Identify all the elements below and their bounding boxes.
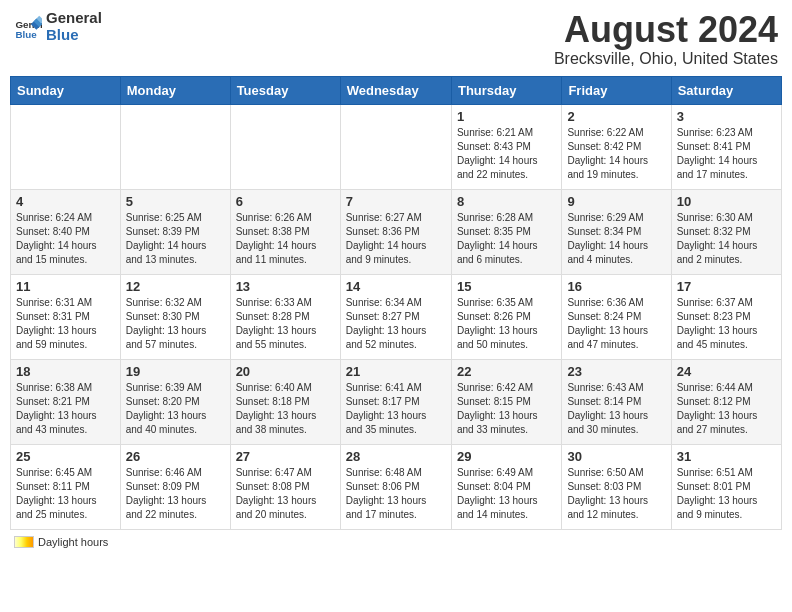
day-info: Sunrise: 6:51 AM Sunset: 8:01 PM Dayligh… [677,466,776,522]
day-info: Sunrise: 6:24 AM Sunset: 8:40 PM Dayligh… [16,211,115,267]
day-number: 16 [567,279,665,294]
day-info: Sunrise: 6:28 AM Sunset: 8:35 PM Dayligh… [457,211,556,267]
day-number: 6 [236,194,335,209]
logo-blue: Blue [46,27,102,44]
day-number: 13 [236,279,335,294]
day-number: 4 [16,194,115,209]
calendar-cell: 28Sunrise: 6:48 AM Sunset: 8:06 PM Dayli… [340,444,451,529]
day-info: Sunrise: 6:33 AM Sunset: 8:28 PM Dayligh… [236,296,335,352]
day-number: 22 [457,364,556,379]
calendar-cell [230,104,340,189]
svg-text:Blue: Blue [15,29,37,40]
day-info: Sunrise: 6:45 AM Sunset: 8:11 PM Dayligh… [16,466,115,522]
day-number: 15 [457,279,556,294]
calendar-cell: 1Sunrise: 6:21 AM Sunset: 8:43 PM Daylig… [451,104,561,189]
footer: Daylight hours [10,536,782,548]
calendar-cell: 31Sunrise: 6:51 AM Sunset: 8:01 PM Dayli… [671,444,781,529]
calendar-cell: 18Sunrise: 6:38 AM Sunset: 8:21 PM Dayli… [11,359,121,444]
day-number: 11 [16,279,115,294]
day-info: Sunrise: 6:47 AM Sunset: 8:08 PM Dayligh… [236,466,335,522]
calendar-cell [11,104,121,189]
day-info: Sunrise: 6:35 AM Sunset: 8:26 PM Dayligh… [457,296,556,352]
calendar-cell: 11Sunrise: 6:31 AM Sunset: 8:31 PM Dayli… [11,274,121,359]
day-info: Sunrise: 6:22 AM Sunset: 8:42 PM Dayligh… [567,126,665,182]
day-number: 5 [126,194,225,209]
day-number: 9 [567,194,665,209]
calendar-week-5: 25Sunrise: 6:45 AM Sunset: 8:11 PM Dayli… [11,444,782,529]
day-number: 2 [567,109,665,124]
day-number: 24 [677,364,776,379]
day-info: Sunrise: 6:31 AM Sunset: 8:31 PM Dayligh… [16,296,115,352]
day-info: Sunrise: 6:48 AM Sunset: 8:06 PM Dayligh… [346,466,446,522]
calendar: SundayMondayTuesdayWednesdayThursdayFrid… [10,76,782,530]
day-number: 17 [677,279,776,294]
calendar-cell [340,104,451,189]
calendar-cell: 9Sunrise: 6:29 AM Sunset: 8:34 PM Daylig… [562,189,671,274]
header: General Blue General Blue August 2024 Br… [10,10,782,68]
calendar-cell: 7Sunrise: 6:27 AM Sunset: 8:36 PM Daylig… [340,189,451,274]
logo-icon: General Blue [14,13,42,41]
weekday-header-row: SundayMondayTuesdayWednesdayThursdayFrid… [11,76,782,104]
day-number: 14 [346,279,446,294]
calendar-cell: 30Sunrise: 6:50 AM Sunset: 8:03 PM Dayli… [562,444,671,529]
day-info: Sunrise: 6:34 AM Sunset: 8:27 PM Dayligh… [346,296,446,352]
calendar-cell: 19Sunrise: 6:39 AM Sunset: 8:20 PM Dayli… [120,359,230,444]
calendar-cell: 4Sunrise: 6:24 AM Sunset: 8:40 PM Daylig… [11,189,121,274]
day-number: 31 [677,449,776,464]
legend-label: Daylight hours [38,536,108,548]
weekday-header-monday: Monday [120,76,230,104]
calendar-cell: 6Sunrise: 6:26 AM Sunset: 8:38 PM Daylig… [230,189,340,274]
day-info: Sunrise: 6:46 AM Sunset: 8:09 PM Dayligh… [126,466,225,522]
day-number: 25 [16,449,115,464]
calendar-cell: 24Sunrise: 6:44 AM Sunset: 8:12 PM Dayli… [671,359,781,444]
day-number: 21 [346,364,446,379]
calendar-cell: 17Sunrise: 6:37 AM Sunset: 8:23 PM Dayli… [671,274,781,359]
logo-general: General [46,10,102,27]
logo: General Blue General Blue [14,10,102,43]
day-number: 23 [567,364,665,379]
day-info: Sunrise: 6:41 AM Sunset: 8:17 PM Dayligh… [346,381,446,437]
day-info: Sunrise: 6:40 AM Sunset: 8:18 PM Dayligh… [236,381,335,437]
day-number: 26 [126,449,225,464]
calendar-cell: 20Sunrise: 6:40 AM Sunset: 8:18 PM Dayli… [230,359,340,444]
title-area: August 2024 Brecksville, Ohio, United St… [554,10,778,68]
calendar-cell: 8Sunrise: 6:28 AM Sunset: 8:35 PM Daylig… [451,189,561,274]
day-info: Sunrise: 6:26 AM Sunset: 8:38 PM Dayligh… [236,211,335,267]
calendar-cell: 14Sunrise: 6:34 AM Sunset: 8:27 PM Dayli… [340,274,451,359]
day-info: Sunrise: 6:44 AM Sunset: 8:12 PM Dayligh… [677,381,776,437]
calendar-cell [120,104,230,189]
calendar-cell: 23Sunrise: 6:43 AM Sunset: 8:14 PM Dayli… [562,359,671,444]
weekday-header-wednesday: Wednesday [340,76,451,104]
calendar-cell: 16Sunrise: 6:36 AM Sunset: 8:24 PM Dayli… [562,274,671,359]
legend-box: Daylight hours [14,536,108,548]
calendar-cell: 21Sunrise: 6:41 AM Sunset: 8:17 PM Dayli… [340,359,451,444]
day-number: 1 [457,109,556,124]
day-info: Sunrise: 6:42 AM Sunset: 8:15 PM Dayligh… [457,381,556,437]
day-info: Sunrise: 6:27 AM Sunset: 8:36 PM Dayligh… [346,211,446,267]
calendar-week-1: 1Sunrise: 6:21 AM Sunset: 8:43 PM Daylig… [11,104,782,189]
calendar-cell: 22Sunrise: 6:42 AM Sunset: 8:15 PM Dayli… [451,359,561,444]
day-number: 30 [567,449,665,464]
day-info: Sunrise: 6:23 AM Sunset: 8:41 PM Dayligh… [677,126,776,182]
main-title: August 2024 [554,10,778,50]
calendar-week-3: 11Sunrise: 6:31 AM Sunset: 8:31 PM Dayli… [11,274,782,359]
calendar-week-4: 18Sunrise: 6:38 AM Sunset: 8:21 PM Dayli… [11,359,782,444]
day-info: Sunrise: 6:37 AM Sunset: 8:23 PM Dayligh… [677,296,776,352]
day-number: 27 [236,449,335,464]
day-number: 20 [236,364,335,379]
calendar-cell: 13Sunrise: 6:33 AM Sunset: 8:28 PM Dayli… [230,274,340,359]
day-info: Sunrise: 6:39 AM Sunset: 8:20 PM Dayligh… [126,381,225,437]
calendar-cell: 29Sunrise: 6:49 AM Sunset: 8:04 PM Dayli… [451,444,561,529]
day-info: Sunrise: 6:30 AM Sunset: 8:32 PM Dayligh… [677,211,776,267]
weekday-header-thursday: Thursday [451,76,561,104]
calendar-cell: 25Sunrise: 6:45 AM Sunset: 8:11 PM Dayli… [11,444,121,529]
day-number: 7 [346,194,446,209]
calendar-cell: 15Sunrise: 6:35 AM Sunset: 8:26 PM Dayli… [451,274,561,359]
calendar-cell: 10Sunrise: 6:30 AM Sunset: 8:32 PM Dayli… [671,189,781,274]
day-info: Sunrise: 6:43 AM Sunset: 8:14 PM Dayligh… [567,381,665,437]
day-number: 18 [16,364,115,379]
day-number: 12 [126,279,225,294]
day-info: Sunrise: 6:32 AM Sunset: 8:30 PM Dayligh… [126,296,225,352]
calendar-cell: 5Sunrise: 6:25 AM Sunset: 8:39 PM Daylig… [120,189,230,274]
day-number: 28 [346,449,446,464]
